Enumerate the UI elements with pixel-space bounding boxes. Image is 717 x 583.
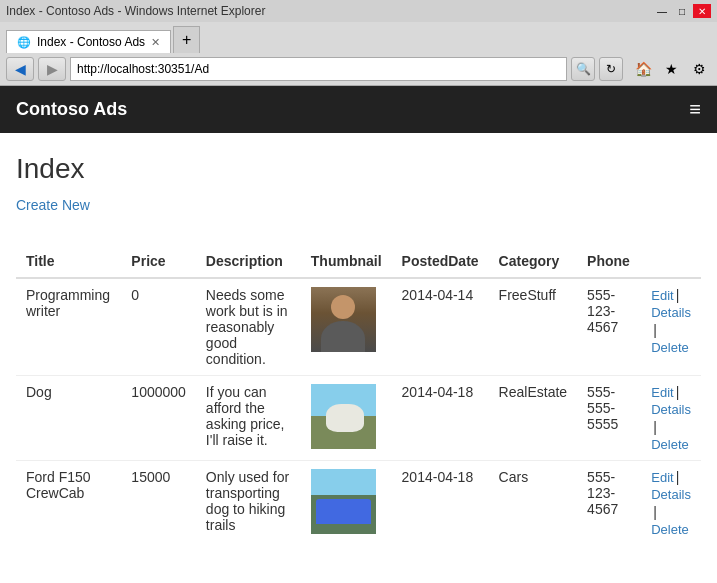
home-icon[interactable]: 🏠 — [631, 57, 655, 81]
cell-category: RealEstate — [489, 376, 577, 461]
new-tab-button[interactable]: + — [173, 26, 200, 53]
cell-thumbnail — [301, 376, 392, 461]
sep2: | — [653, 322, 657, 338]
cell-thumbnail — [301, 461, 392, 539]
cell-category: Cars — [489, 461, 577, 539]
col-category: Category — [489, 245, 577, 278]
browser-title-text: Index - Contoso Ads - Windows Internet E… — [6, 4, 649, 18]
tab-favicon: 🌐 — [17, 36, 31, 49]
cell-price: 1000000 — [121, 376, 196, 461]
page-title: Index — [16, 153, 701, 185]
cell-posted-date: 2014-04-18 — [392, 376, 489, 461]
page-content: Index Create New Title Price Description… — [0, 133, 717, 538]
table-row: Ford F150 CrewCab 15000 Only used for tr… — [16, 461, 701, 539]
details-link-row2[interactable]: Details — [651, 487, 691, 502]
favorites-icon[interactable]: ★ — [659, 57, 683, 81]
delete-link-row2[interactable]: Delete — [651, 522, 691, 537]
forward-button[interactable]: ▶ — [38, 57, 66, 81]
tab-bar: 🌐 Index - Contoso Ads ✕ + — [0, 22, 717, 53]
cell-title: Dog — [16, 376, 121, 461]
edit-link-row2[interactable]: Edit — [651, 470, 673, 485]
sep1: | — [676, 469, 680, 485]
cell-thumbnail — [301, 278, 392, 376]
sep2: | — [653, 419, 657, 435]
title-bar-buttons: — □ ✕ — [653, 4, 711, 18]
hamburger-menu[interactable]: ≡ — [689, 98, 701, 121]
cell-category: FreeStuff — [489, 278, 577, 376]
table-row: Programming writer 0 Needs some work but… — [16, 278, 701, 376]
table-row: Dog 1000000 If you can afford the asking… — [16, 376, 701, 461]
action-column: Edit | Details | Delete — [651, 384, 691, 452]
sep2: | — [653, 504, 657, 520]
col-phone: Phone — [577, 245, 641, 278]
col-posted-date: PostedDate — [392, 245, 489, 278]
edit-link-row0[interactable]: Edit — [651, 288, 673, 303]
create-new-link[interactable]: Create New — [16, 197, 90, 213]
cell-description: Needs some work but is in reasonably goo… — [196, 278, 301, 376]
close-button[interactable]: ✕ — [693, 4, 711, 18]
back-button[interactable]: ◀ — [6, 57, 34, 81]
browser-chrome: Index - Contoso Ads - Windows Internet E… — [0, 0, 717, 86]
sep1: | — [676, 287, 680, 303]
table-body: Programming writer 0 Needs some work but… — [16, 278, 701, 538]
ads-table: Title Price Description Thumbnail Posted… — [16, 245, 701, 538]
col-actions — [641, 245, 701, 278]
cell-actions: Edit | Details | Delete — [641, 461, 701, 539]
cell-price: 0 — [121, 278, 196, 376]
details-link-row0[interactable]: Details — [651, 305, 691, 320]
minimize-button[interactable]: — — [653, 4, 671, 18]
delete-link-row1[interactable]: Delete — [651, 437, 691, 452]
cell-posted-date: 2014-04-14 — [392, 278, 489, 376]
app-navbar: Contoso Ads ≡ — [0, 86, 717, 133]
sep1: | — [676, 384, 680, 400]
edit-link-row1[interactable]: Edit — [651, 385, 673, 400]
cell-phone: 555-123-4567 — [577, 278, 641, 376]
toolbar-icons: 🏠 ★ ⚙ — [631, 57, 711, 81]
action-column: Edit | Details | Delete — [651, 469, 691, 537]
cell-phone: 555-555-5555 — [577, 376, 641, 461]
thumbnail-image — [311, 287, 376, 352]
cell-description: Only used for transporting dog to hiking… — [196, 461, 301, 539]
cell-actions: Edit | Details | Delete — [641, 278, 701, 376]
cell-posted-date: 2014-04-18 — [392, 461, 489, 539]
delete-link-row0[interactable]: Delete — [651, 340, 691, 355]
cell-phone: 555-123-4567 — [577, 461, 641, 539]
thumbnail-image — [311, 384, 376, 449]
tab-close-button[interactable]: ✕ — [151, 36, 160, 49]
title-bar: Index - Contoso Ads - Windows Internet E… — [0, 0, 717, 22]
col-description: Description — [196, 245, 301, 278]
action-column: Edit | Details | Delete — [651, 287, 691, 355]
search-button[interactable]: 🔍 — [571, 57, 595, 81]
details-link-row1[interactable]: Details — [651, 402, 691, 417]
active-tab[interactable]: 🌐 Index - Contoso Ads ✕ — [6, 30, 171, 53]
tab-label: Index - Contoso Ads — [37, 35, 145, 49]
cell-actions: Edit | Details | Delete — [641, 376, 701, 461]
settings-icon[interactable]: ⚙ — [687, 57, 711, 81]
col-title: Title — [16, 245, 121, 278]
address-input[interactable] — [70, 57, 567, 81]
header-row: Title Price Description Thumbnail Posted… — [16, 245, 701, 278]
address-bar: ◀ ▶ 🔍 ↻ 🏠 ★ ⚙ — [0, 53, 717, 85]
col-thumbnail: Thumbnail — [301, 245, 392, 278]
app-brand: Contoso Ads — [16, 99, 127, 120]
cell-title: Programming writer — [16, 278, 121, 376]
refresh-button[interactable]: ↻ — [599, 57, 623, 81]
table-header: Title Price Description Thumbnail Posted… — [16, 245, 701, 278]
cell-price: 15000 — [121, 461, 196, 539]
cell-description: If you can afford the asking price, I'll… — [196, 376, 301, 461]
cell-title: Ford F150 CrewCab — [16, 461, 121, 539]
maximize-button[interactable]: □ — [673, 4, 691, 18]
col-price: Price — [121, 245, 196, 278]
thumbnail-image — [311, 469, 376, 534]
